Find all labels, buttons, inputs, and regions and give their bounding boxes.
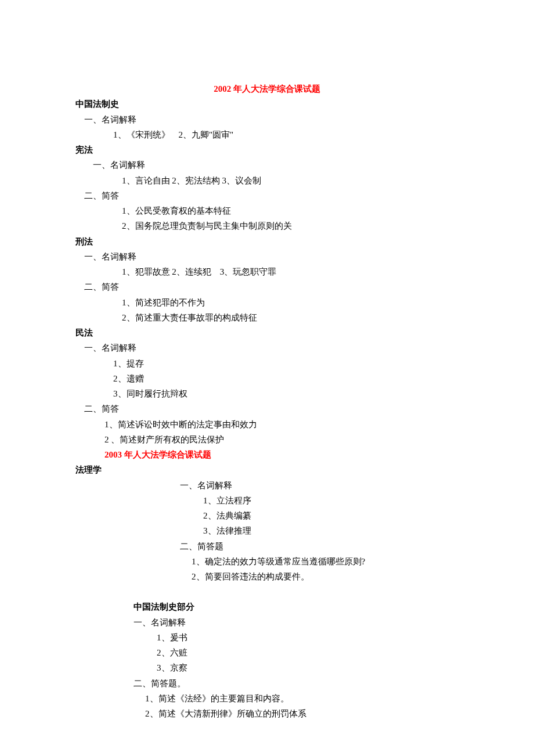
civil-noun-1: 1、提存 xyxy=(75,356,459,371)
const-short-1: 1、公民受教育权的基本特征 xyxy=(75,203,459,218)
section-civil: 民法 xyxy=(75,325,459,340)
crim-short-2: 2、简述重大责任事故罪的构成特征 xyxy=(75,310,459,325)
history-noun-items: 1、《宋刑统》 2、九卿"圆审" xyxy=(75,127,459,142)
section-jurisprudence: 法理学 xyxy=(75,462,459,477)
history2-nouns-heading: 一、名词解释 xyxy=(75,615,459,630)
crim-short-1: 1、简述犯罪的不作为 xyxy=(75,295,459,310)
const-short-heading: 二、简答 xyxy=(75,188,459,203)
crim-noun-items: 1、犯罪故意 2、连续犯 3、玩忽职守罪 xyxy=(75,264,459,279)
civil-short-heading: 二、简答 xyxy=(75,401,459,416)
juris-noun-1: 1、立法程序 xyxy=(75,493,459,508)
const-nouns-heading: 一、名词解释 xyxy=(75,157,459,172)
juris-short-2: 2、简要回答违法的构成要件。 xyxy=(75,569,459,584)
section-history-2: 中国法制史部分 xyxy=(75,599,459,614)
civil-short-1: 1、简述诉讼时效中断的法定事由和效力 xyxy=(75,417,459,432)
history2-noun-1: 1、爰书 xyxy=(75,630,459,645)
juris-short-1: 1、确定法的效力等级通常应当遵循哪些原则? xyxy=(75,554,459,569)
civil-noun-3: 3、同时履行抗辩权 xyxy=(75,386,459,401)
history2-short-1: 1、简述《法经》的主要篇目和内容。 xyxy=(75,691,459,706)
const-noun-items: 1、言论自由 2、宪法结构 3、议会制 xyxy=(75,173,459,188)
crim-short-heading: 二、简答 xyxy=(75,279,459,294)
section-history: 中国法制史 xyxy=(75,96,459,111)
civil-nouns-heading: 一、名词解释 xyxy=(75,340,459,355)
blank-spacer xyxy=(75,584,459,599)
juris-noun-3: 3、法律推理 xyxy=(75,523,459,538)
juris-short-heading: 二、简答题 xyxy=(75,539,459,554)
history2-noun-3: 3、京察 xyxy=(75,660,459,675)
const-short-2: 2、国务院总理负责制与民主集中制原则的关 xyxy=(75,218,459,233)
civil-noun-2: 2、遗赠 xyxy=(75,371,459,386)
juris-noun-2: 2、法典编纂 xyxy=(75,508,459,523)
section-criminal: 刑法 xyxy=(75,234,459,249)
crim-nouns-heading: 一、名词解释 xyxy=(75,249,459,264)
history2-noun-2: 2、六赃 xyxy=(75,645,459,660)
history2-short-2: 2、简述《大清新刑律》所确立的刑罚体系 xyxy=(75,706,459,721)
title-2003: 2003 年人大法学综合课试题 xyxy=(75,447,459,462)
section-constitution: 宪法 xyxy=(75,142,459,157)
history2-short-heading: 二、简答题。 xyxy=(75,676,459,691)
civil-short-2: 2 、简述财产所有权的民法保护 xyxy=(75,432,459,447)
juris-nouns-heading: 一、名词解释 xyxy=(75,478,459,493)
history-nouns-heading: 一、名词解释 xyxy=(75,112,459,127)
title-2002: 2002 年人大法学综合课试题 xyxy=(75,81,459,96)
